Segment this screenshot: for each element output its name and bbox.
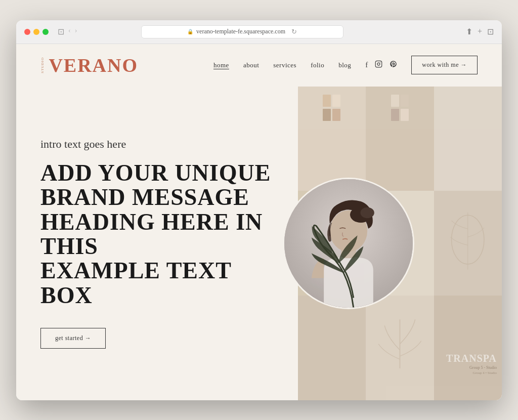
pinterest-icon[interactable] xyxy=(390,60,397,70)
hero-section: intro text goes here ADD YOUR UNIQUE BRA… xyxy=(16,87,502,400)
logo-side-text: STUDIO xyxy=(40,57,45,73)
back-nav-icon[interactable]: ‹ xyxy=(68,27,71,36)
portrait-circle xyxy=(283,178,414,309)
collage-cell-6 xyxy=(434,191,502,296)
heading-line4: EXAMPLE TEXT BOX xyxy=(40,258,231,308)
tab-list-icon[interactable]: ⊡ xyxy=(487,27,494,36)
nav-link-home[interactable]: home xyxy=(213,61,229,69)
traffic-lights xyxy=(24,29,49,35)
svg-point-10 xyxy=(360,207,374,218)
social-icons: f xyxy=(365,60,397,70)
close-button[interactable] xyxy=(24,29,30,35)
collage-cell-1 xyxy=(298,87,366,191)
browser-actions: ⬆ + ⊡ xyxy=(466,27,494,36)
hero-left: intro text goes here ADD YOUR UNIQUE BRA… xyxy=(16,87,298,400)
collage-cell-2 xyxy=(366,87,434,191)
minimize-button[interactable] xyxy=(33,29,39,35)
portrait-image xyxy=(284,179,413,308)
intro-text: intro text goes here xyxy=(40,138,274,151)
share-icon[interactable]: ⬆ xyxy=(466,27,472,36)
nav-link-services[interactable]: services xyxy=(273,61,296,69)
get-started-button[interactable]: get started → xyxy=(40,328,106,349)
forward-nav-icon[interactable]: › xyxy=(75,27,77,36)
svg-point-1 xyxy=(377,63,380,65)
hero-heading: ADD YOUR UNIQUE BRAND MESSAGE HEADING HE… xyxy=(40,161,274,308)
logo-area: STUDIO VERANO xyxy=(40,54,138,76)
nav-link-about[interactable]: about xyxy=(243,61,259,69)
site-nav: home about services folio blog f xyxy=(213,56,478,74)
transparency-overlay: TRANSPA Group 5 - Studio Group 4 • Studi… xyxy=(446,353,497,375)
hero-right: TRANSPA Group 5 - Studio Group 4 • Studi… xyxy=(298,87,502,400)
url-text: verano-template-fe.squarespace.com xyxy=(196,28,285,35)
svg-rect-0 xyxy=(376,61,382,67)
browser-chrome: ⊡ ‹ › 🔒 verano-template-fe.squarespace.c… xyxy=(16,20,502,44)
back-arrow-icon[interactable]: ⊡ xyxy=(58,27,64,36)
collage-cell-7 xyxy=(298,296,366,400)
work-with-me-button[interactable]: work with me → xyxy=(411,56,478,74)
heading-line3: HEADING HERE IN THIS xyxy=(40,209,263,259)
new-tab-icon[interactable]: + xyxy=(478,27,482,36)
heading-line1: ADD YOUR UNIQUE xyxy=(40,160,271,186)
transparency-label: TRANSPA xyxy=(446,353,497,364)
refresh-icon[interactable]: ↻ xyxy=(291,28,297,36)
collage-cell-9 xyxy=(434,296,502,400)
nav-link-folio[interactable]: folio xyxy=(311,61,324,69)
maximize-button[interactable] xyxy=(42,29,49,35)
website-content: STUDIO VERANO home about services folio … xyxy=(16,44,502,400)
svg-point-2 xyxy=(380,62,381,62)
browser-window: ⊡ ‹ › 🔒 verano-template-fe.squarespace.c… xyxy=(16,20,502,400)
logo-main-text: VERANO xyxy=(49,54,138,76)
nav-link-blog[interactable]: blog xyxy=(338,61,351,69)
address-bar[interactable]: 🔒 verano-template-fe.squarespace.com ↻ xyxy=(141,25,343,38)
browser-controls: ⊡ ‹ › xyxy=(58,27,77,36)
instagram-icon[interactable] xyxy=(375,60,382,70)
heading-line2: BRAND MESSAGE xyxy=(40,184,249,210)
collage-cell-8 xyxy=(366,296,434,400)
lock-icon: 🔒 xyxy=(187,29,193,34)
facebook-icon[interactable]: f xyxy=(365,61,368,69)
collage-extra: Group 4 • Studio xyxy=(446,371,497,375)
collage-sub-label: Group 5 - Studio xyxy=(446,365,497,370)
site-header: STUDIO VERANO home about services folio … xyxy=(16,44,502,87)
collage-cell-3 xyxy=(434,87,502,191)
